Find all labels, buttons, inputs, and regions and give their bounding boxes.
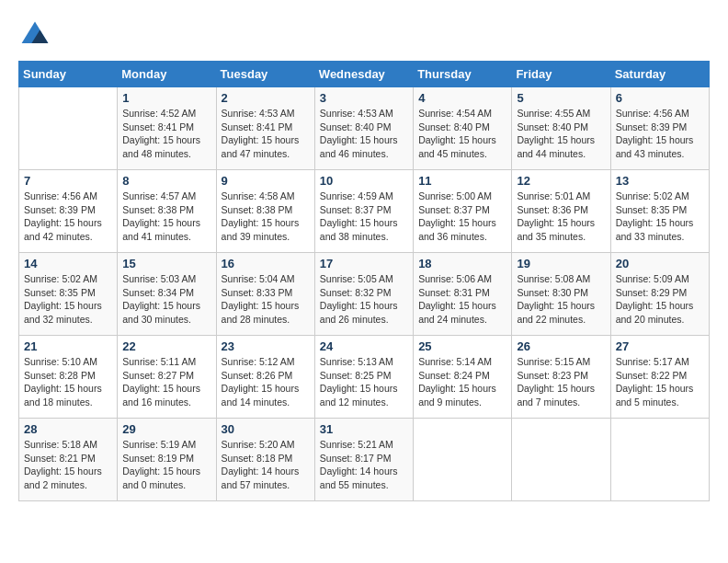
day-cell: 28Sunrise: 5:18 AM Sunset: 8:21 PM Dayli… (19, 419, 118, 501)
day-number: 1 (122, 91, 210, 105)
day-number: 23 (222, 339, 310, 353)
day-number: 19 (517, 257, 605, 270)
day-number: 15 (122, 257, 210, 270)
day-cell: 1Sunrise: 4:52 AM Sunset: 8:41 PM Daylig… (118, 87, 216, 170)
day-number: 22 (122, 339, 210, 353)
day-number: 10 (320, 174, 408, 188)
day-number: 14 (24, 257, 112, 270)
day-number: 17 (320, 257, 408, 270)
day-cell (610, 419, 709, 501)
day-cell: 19Sunrise: 5:08 AM Sunset: 8:30 PM Dayli… (512, 253, 610, 336)
col-monday: Monday (118, 62, 216, 87)
col-sunday: Sunday (19, 62, 118, 87)
day-cell: 17Sunrise: 5:05 AM Sunset: 8:32 PM Dayli… (314, 253, 413, 336)
day-info: Sunrise: 4:53 AM Sunset: 8:41 PM Dayligh… (222, 107, 310, 161)
day-info: Sunrise: 5:02 AM Sunset: 8:35 PM Dayligh… (616, 190, 704, 244)
day-number: 28 (24, 422, 112, 436)
day-cell: 13Sunrise: 5:02 AM Sunset: 8:35 PM Dayli… (610, 170, 709, 253)
day-number: 11 (418, 174, 506, 188)
day-cell (414, 419, 512, 501)
day-cell: 5Sunrise: 4:55 AM Sunset: 8:40 PM Daylig… (512, 87, 610, 170)
day-number: 31 (320, 422, 408, 436)
day-number: 5 (517, 91, 605, 105)
day-number: 8 (122, 174, 210, 188)
day-info: Sunrise: 5:19 AM Sunset: 8:19 PM Dayligh… (122, 438, 210, 492)
day-number: 30 (222, 422, 310, 436)
day-cell: 2Sunrise: 4:53 AM Sunset: 8:41 PM Daylig… (216, 87, 314, 170)
day-number: 18 (418, 257, 506, 270)
day-cell: 14Sunrise: 5:02 AM Sunset: 8:35 PM Dayli… (19, 253, 118, 336)
day-number: 16 (222, 257, 310, 270)
day-cell: 22Sunrise: 5:11 AM Sunset: 8:27 PM Dayli… (118, 336, 216, 419)
day-cell: 24Sunrise: 5:13 AM Sunset: 8:25 PM Dayli… (314, 336, 413, 419)
day-info: Sunrise: 4:58 AM Sunset: 8:38 PM Dayligh… (222, 190, 310, 244)
day-info: Sunrise: 5:18 AM Sunset: 8:21 PM Dayligh… (24, 438, 112, 492)
day-number: 20 (616, 257, 704, 270)
day-number: 3 (320, 91, 408, 105)
day-cell (19, 87, 118, 170)
calendar-body: 1Sunrise: 4:52 AM Sunset: 8:41 PM Daylig… (19, 87, 710, 501)
day-number: 4 (418, 91, 506, 105)
day-cell: 21Sunrise: 5:10 AM Sunset: 8:28 PM Dayli… (19, 336, 118, 419)
day-cell: 23Sunrise: 5:12 AM Sunset: 8:26 PM Dayli… (216, 336, 314, 419)
day-cell: 7Sunrise: 4:56 AM Sunset: 8:39 PM Daylig… (19, 170, 118, 253)
day-info: Sunrise: 5:06 AM Sunset: 8:31 PM Dayligh… (418, 272, 506, 327)
day-number: 2 (222, 91, 310, 105)
col-wednesday: Wednesday (314, 62, 413, 87)
week-row-2: 7Sunrise: 4:56 AM Sunset: 8:39 PM Daylig… (19, 170, 710, 253)
day-info: Sunrise: 4:54 AM Sunset: 8:40 PM Dayligh… (418, 107, 506, 161)
day-cell: 29Sunrise: 5:19 AM Sunset: 8:19 PM Dayli… (118, 419, 216, 501)
day-info: Sunrise: 5:15 AM Sunset: 8:23 PM Dayligh… (517, 355, 605, 409)
day-cell: 25Sunrise: 5:14 AM Sunset: 8:24 PM Dayli… (414, 336, 512, 419)
day-cell: 31Sunrise: 5:21 AM Sunset: 8:17 PM Dayli… (314, 419, 413, 501)
day-info: Sunrise: 5:09 AM Sunset: 8:29 PM Dayligh… (616, 272, 704, 327)
day-info: Sunrise: 5:21 AM Sunset: 8:17 PM Dayligh… (320, 438, 408, 492)
day-number: 9 (222, 174, 310, 188)
day-cell: 12Sunrise: 5:01 AM Sunset: 8:36 PM Dayli… (512, 170, 610, 253)
week-row-5: 28Sunrise: 5:18 AM Sunset: 8:21 PM Dayli… (19, 419, 710, 501)
day-cell: 16Sunrise: 5:04 AM Sunset: 8:33 PM Dayli… (216, 253, 314, 336)
day-number: 7 (24, 174, 112, 188)
page-header (18, 18, 710, 52)
day-info: Sunrise: 5:11 AM Sunset: 8:27 PM Dayligh… (122, 355, 210, 409)
day-info: Sunrise: 4:56 AM Sunset: 8:39 PM Dayligh… (24, 190, 112, 244)
day-cell: 30Sunrise: 5:20 AM Sunset: 8:18 PM Dayli… (216, 419, 314, 501)
day-cell: 26Sunrise: 5:15 AM Sunset: 8:23 PM Dayli… (512, 336, 610, 419)
day-cell (512, 419, 610, 501)
day-number: 12 (517, 174, 605, 188)
col-thursday: Thursday (414, 62, 512, 87)
day-cell: 4Sunrise: 4:54 AM Sunset: 8:40 PM Daylig… (414, 87, 512, 170)
day-number: 6 (616, 91, 704, 105)
day-info: Sunrise: 5:00 AM Sunset: 8:37 PM Dayligh… (418, 190, 506, 244)
day-cell: 3Sunrise: 4:53 AM Sunset: 8:40 PM Daylig… (314, 87, 413, 170)
day-info: Sunrise: 5:08 AM Sunset: 8:30 PM Dayligh… (517, 272, 605, 327)
day-cell: 11Sunrise: 5:00 AM Sunset: 8:37 PM Dayli… (414, 170, 512, 253)
day-info: Sunrise: 5:05 AM Sunset: 8:32 PM Dayligh… (320, 272, 408, 327)
day-info: Sunrise: 5:12 AM Sunset: 8:26 PM Dayligh… (222, 355, 310, 409)
day-number: 21 (24, 339, 112, 353)
day-info: Sunrise: 5:10 AM Sunset: 8:28 PM Dayligh… (24, 355, 112, 409)
day-info: Sunrise: 4:56 AM Sunset: 8:39 PM Dayligh… (616, 107, 704, 161)
day-info: Sunrise: 4:59 AM Sunset: 8:37 PM Dayligh… (320, 190, 408, 244)
day-info: Sunrise: 5:03 AM Sunset: 8:34 PM Dayligh… (122, 272, 210, 327)
day-info: Sunrise: 5:14 AM Sunset: 8:24 PM Dayligh… (418, 355, 506, 409)
day-info: Sunrise: 4:52 AM Sunset: 8:41 PM Dayligh… (122, 107, 210, 161)
day-info: Sunrise: 4:53 AM Sunset: 8:40 PM Dayligh… (320, 107, 408, 161)
day-info: Sunrise: 5:20 AM Sunset: 8:18 PM Dayligh… (222, 438, 310, 492)
col-friday: Friday (512, 62, 610, 87)
day-cell: 20Sunrise: 5:09 AM Sunset: 8:29 PM Dayli… (610, 253, 709, 336)
col-saturday: Saturday (610, 62, 709, 87)
day-number: 29 (122, 422, 210, 436)
calendar-table: Sunday Monday Tuesday Wednesday Thursday… (18, 61, 710, 501)
week-row-1: 1Sunrise: 4:52 AM Sunset: 8:41 PM Daylig… (19, 87, 710, 170)
logo (18, 18, 57, 52)
day-number: 25 (418, 339, 506, 353)
logo-icon (18, 18, 51, 52)
day-info: Sunrise: 5:01 AM Sunset: 8:36 PM Dayligh… (517, 190, 605, 244)
day-info: Sunrise: 5:02 AM Sunset: 8:35 PM Dayligh… (24, 272, 112, 327)
day-cell: 10Sunrise: 4:59 AM Sunset: 8:37 PM Dayli… (314, 170, 413, 253)
week-row-3: 14Sunrise: 5:02 AM Sunset: 8:35 PM Dayli… (19, 253, 710, 336)
day-cell: 27Sunrise: 5:17 AM Sunset: 8:22 PM Dayli… (610, 336, 709, 419)
day-info: Sunrise: 4:57 AM Sunset: 8:38 PM Dayligh… (122, 190, 210, 244)
day-number: 26 (517, 339, 605, 353)
